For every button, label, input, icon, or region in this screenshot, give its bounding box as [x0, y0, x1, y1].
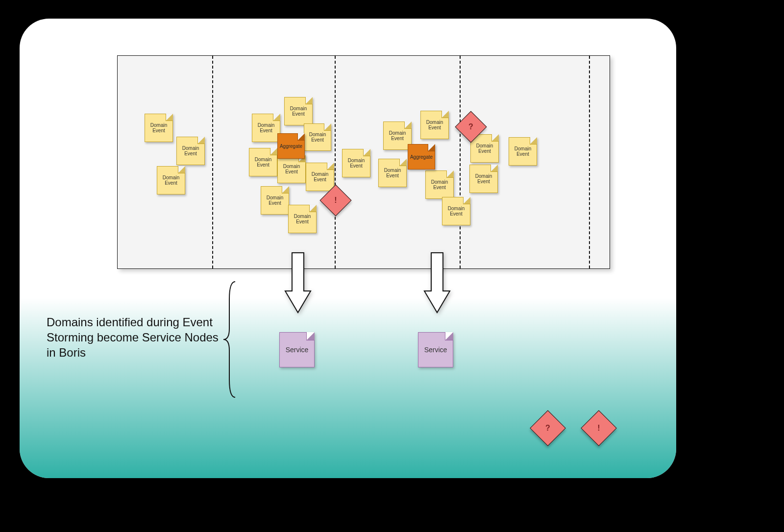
divider-3 [589, 56, 590, 268]
service-node: Service [418, 332, 453, 367]
domain-event-note: Domain Event [509, 137, 537, 166]
domain-event-note: Domain Event [176, 137, 205, 165]
domain-event-note: Domain Event [304, 123, 331, 151]
domain-event-note: Domain Event [252, 114, 280, 142]
event-storming-board: Domain Event Domain Event Domain Event D… [117, 55, 610, 269]
aggregate-note: Aggregate [408, 144, 435, 169]
caption-text: Domains identified during Event Storming… [47, 314, 223, 361]
brace-icon [222, 281, 237, 398]
slide: Domain Event Domain Event Domain Event D… [20, 19, 676, 478]
down-arrow-icon [422, 251, 452, 314]
service-node: Service [279, 332, 315, 367]
domain-event-note: Domain Event [288, 205, 317, 233]
domain-event-note: Domain Event [284, 97, 313, 125]
domain-event-note: Domain Event [425, 170, 454, 199]
domain-event-note: Domain Event [378, 159, 407, 187]
domain-event-note: Domain Event [306, 163, 334, 191]
domain-event-note: Domain Event [469, 165, 498, 193]
domain-event-note: Domain Event [277, 155, 306, 183]
divider-0 [212, 56, 213, 268]
domain-event-note: Domain Event [342, 149, 370, 177]
domain-event-note: Domain Event [261, 186, 289, 215]
risk-diamond: ! [319, 184, 351, 216]
divider-1 [335, 56, 336, 268]
domain-event-note: Domain Event [145, 114, 173, 142]
domain-event-note: Domain Event [157, 166, 185, 194]
domain-event-note: Domain Event [420, 111, 449, 139]
domain-event-note: Domain Event [442, 197, 470, 225]
divider-2 [460, 56, 461, 268]
domain-event-note: Domain Event [249, 148, 277, 176]
down-arrow-icon [283, 251, 313, 314]
gradient-bg [20, 253, 676, 478]
aggregate-note: Aggregate [277, 133, 305, 159]
